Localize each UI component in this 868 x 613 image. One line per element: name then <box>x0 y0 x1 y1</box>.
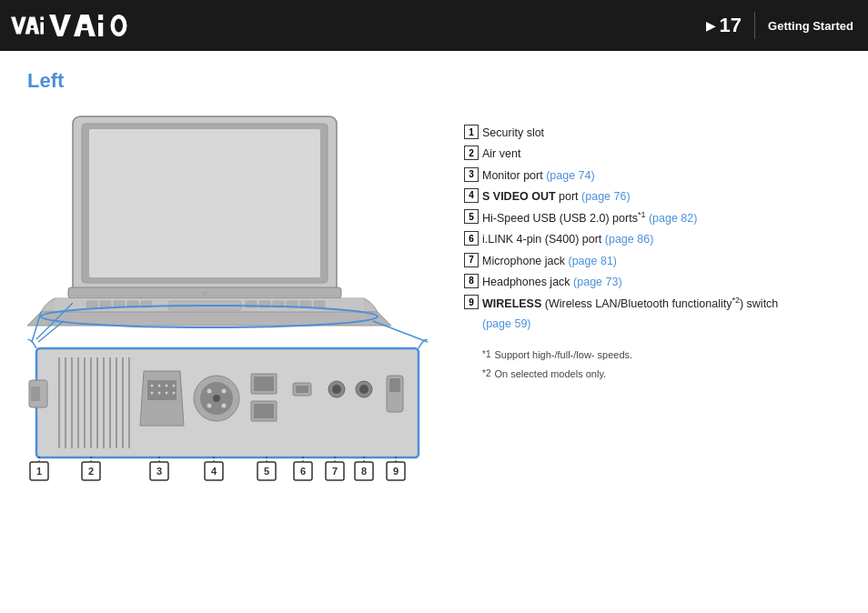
page-number: 17 <box>720 14 742 37</box>
svg-rect-3 <box>40 16 44 20</box>
svg-point-58 <box>213 395 220 402</box>
svg-rect-17 <box>168 301 241 310</box>
item-number-3: 3 <box>464 167 479 182</box>
svg-rect-26 <box>246 301 257 307</box>
item-number-4: 4 <box>464 188 479 203</box>
footnote-1: *1 Support high-/full-/low- speeds. <box>482 347 841 364</box>
svg-point-52 <box>151 392 154 395</box>
item-number-5: 5 <box>464 209 479 224</box>
svg-rect-34 <box>31 387 40 401</box>
item-text-6: i.LINK 4-pin (S400) port (page 86) <box>482 230 653 249</box>
svg-point-18 <box>202 291 207 296</box>
laptop-illustration: 1 2 3 4 5 6 <box>27 107 428 498</box>
link-page74[interactable]: (page 74) <box>546 169 595 182</box>
svg-rect-64 <box>254 377 274 391</box>
right-section: 1 Security slot 2 Air vent 3 Monitor por… <box>464 69 841 498</box>
svg-point-61 <box>207 404 212 408</box>
footnote-2: *2 On selected models only. <box>482 366 841 383</box>
svg-point-53 <box>158 392 161 395</box>
svg-rect-30 <box>300 301 311 307</box>
header: ▶ 17 Getting Started <box>0 0 868 51</box>
item-row-7: 7 Microphone jack (page 81) <box>464 252 841 271</box>
header-logo <box>11 9 131 42</box>
link-page59[interactable]: (page 59) <box>482 317 531 330</box>
link-page81[interactable]: (page 81) <box>569 255 618 267</box>
svg-rect-8 <box>98 15 103 20</box>
item-number-6: 6 <box>464 231 479 246</box>
link-page76[interactable]: (page 76) <box>581 190 631 203</box>
svg-point-55 <box>173 392 176 395</box>
item-text-8: Headphones jack (page 73) <box>482 273 622 292</box>
svg-point-72 <box>359 385 368 394</box>
svg-rect-74 <box>389 378 400 392</box>
svg-text:5: 5 <box>264 466 269 477</box>
item-row-2: 2 Air vent <box>464 145 841 164</box>
svg-rect-31 <box>314 301 325 307</box>
svg-rect-9 <box>98 23 103 36</box>
vaio-text-logo <box>49 9 131 42</box>
item-number-8: 8 <box>464 274 479 288</box>
vaio-logo-icon <box>11 9 44 42</box>
svg-rect-14 <box>89 129 320 277</box>
svg-rect-25 <box>141 301 152 307</box>
item-row-9: 9 WIRELESS (Wireless LAN/Bluetooth funct… <box>464 294 841 334</box>
svg-text:7: 7 <box>332 466 338 477</box>
link-page86[interactable]: (page 86) <box>605 233 654 246</box>
svg-point-59 <box>207 389 212 394</box>
laptop-svg <box>27 107 391 353</box>
svg-point-62 <box>222 404 227 408</box>
svg-rect-22 <box>100 301 111 307</box>
section-title: Getting Started <box>768 19 853 33</box>
svg-point-50 <box>166 385 168 387</box>
link-page73[interactable]: (page 73) <box>573 276 622 288</box>
svg-point-70 <box>332 385 341 394</box>
svg-marker-5 <box>49 15 71 36</box>
svg-text:9: 9 <box>393 466 399 477</box>
svg-text:8: 8 <box>361 466 367 477</box>
item-number-1: 1 <box>464 125 479 139</box>
svg-text:1: 1 <box>36 466 42 477</box>
svg-point-54 <box>166 392 168 395</box>
svg-point-51 <box>173 385 176 387</box>
link-page82[interactable]: (page 82) <box>649 212 698 225</box>
footnote-text-1: Support high-/full-/low- speeds. <box>494 347 632 364</box>
ports-panel-svg: 1 2 3 4 5 6 <box>27 339 437 498</box>
svg-point-48 <box>151 385 154 387</box>
svg-rect-24 <box>127 301 138 307</box>
item-number-2: 2 <box>464 146 479 160</box>
svg-rect-47 <box>147 380 177 400</box>
nav-arrow: ▶ <box>706 18 716 33</box>
footnotes: *1 Support high-/full-/low- speeds. *2 O… <box>482 347 841 382</box>
svg-rect-7 <box>82 25 86 29</box>
item-text-9: WIRELESS (Wireless LAN/Bluetooth functio… <box>482 294 778 334</box>
svg-rect-23 <box>114 301 125 307</box>
item-text-7: Microphone jack (page 81) <box>482 252 617 271</box>
footnote-mark-2: *2 <box>482 366 490 383</box>
svg-rect-27 <box>259 301 270 307</box>
svg-marker-0 <box>11 16 26 34</box>
svg-rect-29 <box>287 301 298 307</box>
item-number-7: 7 <box>464 253 479 267</box>
svg-text:4: 4 <box>211 466 217 477</box>
page-number-indicator: ▶ 17 <box>706 14 742 37</box>
svg-rect-4 <box>40 22 44 34</box>
svg-rect-68 <box>296 386 308 393</box>
svg-rect-28 <box>273 301 284 307</box>
item-row-3: 3 Monitor port (page 74) <box>464 166 841 186</box>
item-row-6: 6 i.LINK 4-pin (S400) port (page 86) <box>464 230 841 249</box>
svg-text:3: 3 <box>156 466 162 477</box>
page-heading: Left <box>27 69 446 93</box>
header-right: ▶ 17 Getting Started <box>706 12 853 39</box>
item-row-1: 1 Security slot <box>464 124 841 143</box>
svg-rect-21 <box>86 301 97 307</box>
item-text-3: Monitor port (page 74) <box>482 166 595 186</box>
main-content: Left <box>0 51 868 517</box>
item-row-4: 4 S VIDEO OUT port (page 76) <box>464 187 841 206</box>
footnote-mark-1: *1 <box>482 347 490 364</box>
item-row-5: 5 Hi-Speed USB (USB 2.0) ports*1 (page 8… <box>464 208 841 228</box>
left-section: Left <box>27 69 446 498</box>
footnote-text-2: On selected models only. <box>494 366 606 383</box>
item-text-1: Security slot <box>482 124 544 143</box>
svg-rect-2 <box>31 25 34 28</box>
svg-text:2: 2 <box>88 466 94 477</box>
